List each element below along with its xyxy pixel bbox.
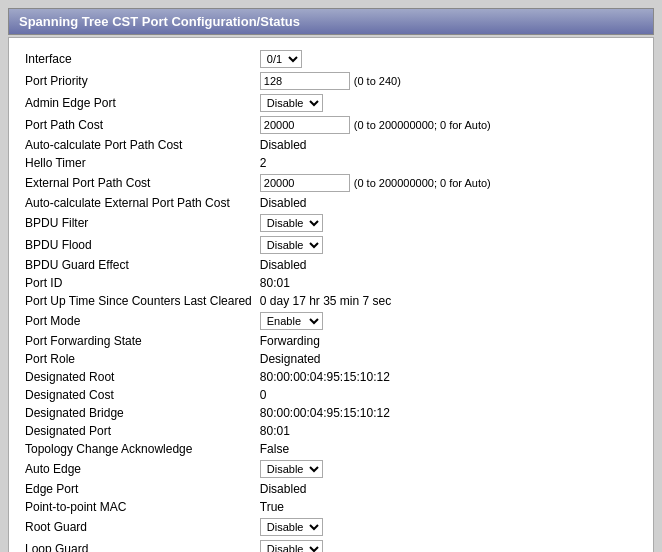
field-value: 80:00:00:04:95:15:10:12 [256, 404, 641, 422]
table-row: Root GuardDisableEnable [21, 516, 641, 538]
field-value[interactable]: DisableEnable [256, 92, 641, 114]
field-label: Port Up Time Since Counters Last Cleared [21, 292, 256, 310]
field-select[interactable]: DisableEnable [260, 518, 323, 536]
content-area: Interface0/1Port Priority(0 to 240)Admin… [8, 37, 654, 552]
field-value[interactable]: EnableDisable [256, 310, 641, 332]
field-value[interactable]: (0 to 200000000; 0 for Auto) [256, 172, 641, 194]
field-label: Admin Edge Port [21, 92, 256, 114]
field-label: Root Guard [21, 516, 256, 538]
field-label: BPDU Filter [21, 212, 256, 234]
field-label: External Port Path Cost [21, 172, 256, 194]
field-label: Point-to-point MAC [21, 498, 256, 516]
field-select[interactable]: DisableEnable [260, 236, 323, 254]
table-row: Edge PortDisabled [21, 480, 641, 498]
field-value: 80:00:00:04:95:15:10:12 [256, 368, 641, 386]
table-row: Topology Change AcknowledgeFalse [21, 440, 641, 458]
field-input[interactable] [260, 72, 350, 90]
field-label: Designated Bridge [21, 404, 256, 422]
field-label: Designated Root [21, 368, 256, 386]
table-row: Auto-calculate External Port Path CostDi… [21, 194, 641, 212]
field-value: Disabled [256, 256, 641, 274]
table-row: Designated Port80:01 [21, 422, 641, 440]
field-label: Edge Port [21, 480, 256, 498]
field-static: True [260, 500, 284, 514]
table-row: Admin Edge PortDisableEnable [21, 92, 641, 114]
field-value: False [256, 440, 641, 458]
field-value: 0 [256, 386, 641, 404]
field-select[interactable]: DisableEnable [260, 540, 323, 552]
table-row: Port Up Time Since Counters Last Cleared… [21, 292, 641, 310]
table-row: Auto EdgeDisableEnable [21, 458, 641, 480]
field-value[interactable]: DisableEnable [256, 458, 641, 480]
field-value[interactable]: (0 to 200000000; 0 for Auto) [256, 114, 641, 136]
table-row: Port RoleDesignated [21, 350, 641, 368]
field-label: BPDU Flood [21, 234, 256, 256]
table-row: Hello Timer2 [21, 154, 641, 172]
table-row: Port ID80:01 [21, 274, 641, 292]
field-value[interactable]: DisableEnable [256, 212, 641, 234]
field-static: 80:00:00:04:95:15:10:12 [260, 370, 390, 384]
table-row: Port Priority(0 to 240) [21, 70, 641, 92]
field-label: Hello Timer [21, 154, 256, 172]
field-static: 80:00:00:04:95:15:10:12 [260, 406, 390, 420]
table-row: BPDU Guard EffectDisabled [21, 256, 641, 274]
field-static: 80:01 [260, 276, 290, 290]
field-value[interactable]: DisableEnable [256, 234, 641, 256]
field-static: Designated [260, 352, 321, 366]
table-row: External Port Path Cost(0 to 200000000; … [21, 172, 641, 194]
field-label: Auto Edge [21, 458, 256, 480]
field-value: 2 [256, 154, 641, 172]
field-value: Disabled [256, 480, 641, 498]
field-label: Port Mode [21, 310, 256, 332]
table-row: Designated Bridge80:00:00:04:95:15:10:12 [21, 404, 641, 422]
field-hint: (0 to 200000000; 0 for Auto) [354, 119, 491, 131]
table-row: Designated Cost0 [21, 386, 641, 404]
field-hint: (0 to 240) [354, 75, 401, 87]
field-label: Topology Change Acknowledge [21, 440, 256, 458]
field-label: Designated Port [21, 422, 256, 440]
field-label: Port Role [21, 350, 256, 368]
table-row: Interface0/1 [21, 48, 641, 70]
table-row: BPDU FilterDisableEnable [21, 212, 641, 234]
field-static: Disabled [260, 258, 307, 272]
field-select[interactable]: DisableEnable [260, 94, 323, 112]
outer-container: Spanning Tree CST Port Configuration/Sta… [8, 8, 654, 552]
field-input[interactable] [260, 174, 350, 192]
field-static: False [260, 442, 289, 456]
field-label: Designated Cost [21, 386, 256, 404]
field-value: 80:01 [256, 274, 641, 292]
table-row: Auto-calculate Port Path CostDisabled [21, 136, 641, 154]
field-select[interactable]: DisableEnable [260, 460, 323, 478]
form-table: Interface0/1Port Priority(0 to 240)Admin… [21, 48, 641, 552]
field-label: Port ID [21, 274, 256, 292]
field-input[interactable] [260, 116, 350, 134]
field-static: Disabled [260, 482, 307, 496]
field-select[interactable]: EnableDisable [260, 312, 323, 330]
table-row: BPDU FloodDisableEnable [21, 234, 641, 256]
field-value[interactable]: DisableEnable [256, 516, 641, 538]
field-label: BPDU Guard Effect [21, 256, 256, 274]
field-select[interactable]: 0/1 [260, 50, 302, 68]
field-static: 0 day 17 hr 35 min 7 sec [260, 294, 391, 308]
field-label: Auto-calculate Port Path Cost [21, 136, 256, 154]
field-value: Forwarding [256, 332, 641, 350]
field-value[interactable]: (0 to 240) [256, 70, 641, 92]
field-static: Disabled [260, 196, 307, 210]
field-static: 2 [260, 156, 267, 170]
field-label: Loop Guard [21, 538, 256, 552]
field-static: Disabled [260, 138, 307, 152]
field-value[interactable]: DisableEnable [256, 538, 641, 552]
field-value: Designated [256, 350, 641, 368]
field-label: Interface [21, 48, 256, 70]
field-value: Disabled [256, 194, 641, 212]
field-label: Port Path Cost [21, 114, 256, 136]
table-row: Port Forwarding StateForwarding [21, 332, 641, 350]
field-label: Port Forwarding State [21, 332, 256, 350]
field-value[interactable]: 0/1 [256, 48, 641, 70]
table-row: Designated Root80:00:00:04:95:15:10:12 [21, 368, 641, 386]
field-value: 80:01 [256, 422, 641, 440]
page-title: Spanning Tree CST Port Configuration/Sta… [8, 8, 654, 35]
field-select[interactable]: DisableEnable [260, 214, 323, 232]
table-row: Port ModeEnableDisable [21, 310, 641, 332]
field-static: Forwarding [260, 334, 320, 348]
